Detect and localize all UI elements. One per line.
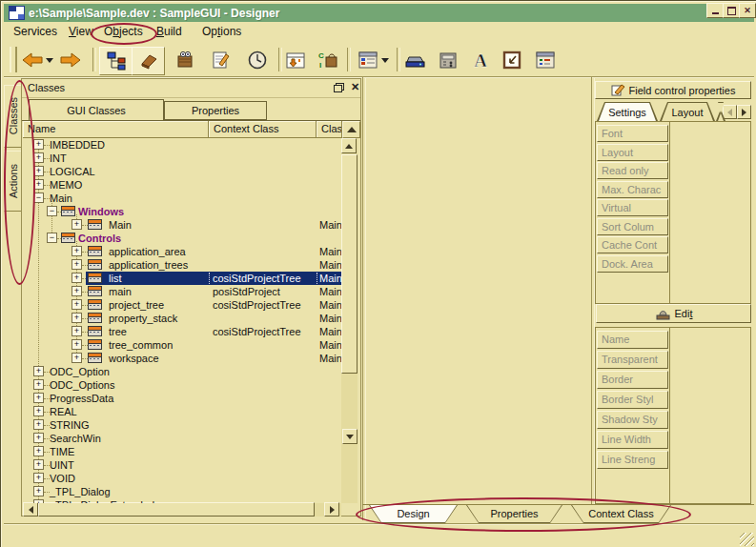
property-button-border[interactable]: Border bbox=[597, 371, 668, 389]
properties-tab-layout[interactable]: Layout bbox=[660, 102, 715, 121]
classes-tab-properties[interactable]: Properties bbox=[164, 101, 267, 120]
tree-row-controls[interactable]: −Controls bbox=[23, 232, 341, 245]
property-button-read-only[interactable]: Read only bbox=[597, 162, 668, 179]
collapse-icon[interactable]: − bbox=[33, 192, 44, 203]
scroll-up-button[interactable] bbox=[341, 138, 357, 153]
expand-icon[interactable]: + bbox=[33, 366, 44, 376]
form-list-icon[interactable] bbox=[357, 49, 379, 71]
maximize-button[interactable] bbox=[723, 3, 740, 18]
field-properties-header-button[interactable]: Field control properties bbox=[595, 81, 751, 99]
tree-row-main[interactable]: +MainMain bbox=[23, 218, 341, 232]
expand-icon[interactable]: + bbox=[72, 259, 82, 270]
tree-row-int[interactable]: +INT bbox=[23, 152, 341, 165]
property-button-line-streng[interactable]: Line Streng bbox=[597, 451, 668, 469]
expand-icon[interactable]: + bbox=[72, 286, 82, 296]
scroll-down-button[interactable] bbox=[342, 429, 358, 444]
expand-icon[interactable]: + bbox=[33, 499, 44, 503]
scroll-right-button[interactable] bbox=[324, 502, 339, 517]
expand-icon[interactable]: + bbox=[72, 273, 82, 283]
vertical-scroll-thumb[interactable] bbox=[341, 154, 358, 374]
tree-row-application_trees[interactable]: +application_treesMain bbox=[23, 258, 341, 272]
tree-row-progressdata[interactable]: +ProgressData bbox=[23, 392, 341, 405]
tree-row-_tpl_dialog[interactable]: +_TPL_Dialog bbox=[23, 485, 341, 498]
tree-row-imbedded[interactable]: +IMBEDDED bbox=[23, 138, 341, 152]
resize-grip[interactable] bbox=[740, 533, 754, 546]
tree-row-workspace[interactable]: +workspaceMain bbox=[23, 352, 341, 365]
tab-scroll-right-button[interactable] bbox=[737, 105, 751, 119]
expand-icon[interactable]: + bbox=[72, 339, 82, 350]
dialog-window-icon[interactable] bbox=[534, 49, 557, 71]
property-button-sort-colum[interactable]: Sort Colum bbox=[597, 218, 668, 235]
tree-row-string[interactable]: +STRING bbox=[23, 418, 341, 432]
printer-icon[interactable] bbox=[404, 49, 427, 71]
tree-row-main[interactable]: +mainposiStdProjectMain bbox=[23, 285, 341, 298]
expand-icon[interactable]: + bbox=[33, 152, 44, 163]
menu-item-services[interactable]: Services bbox=[13, 25, 57, 38]
expand-icon[interactable]: + bbox=[33, 433, 44, 443]
tree-row-property_stack[interactable]: +property_stackMain bbox=[23, 312, 341, 325]
tree-row-searchwin[interactable]: +SearchWin bbox=[23, 432, 341, 445]
calendar-icon[interactable] bbox=[284, 49, 307, 71]
expand-icon[interactable]: + bbox=[72, 219, 82, 230]
float-panel-icon[interactable] bbox=[334, 83, 344, 92]
tree-row-void[interactable]: +VOID bbox=[23, 472, 341, 485]
class-import-icon[interactable]: CI bbox=[317, 49, 339, 71]
column-header-name[interactable]: Name bbox=[23, 121, 209, 138]
eraser-button[interactable] bbox=[132, 47, 165, 75]
expand-icon[interactable]: + bbox=[33, 393, 44, 403]
tree-row-project_tree[interactable]: +project_treecosiStdProjectTreeMain bbox=[23, 298, 341, 312]
tree-row-main[interactable]: −Main bbox=[23, 192, 341, 205]
expand-icon[interactable]: + bbox=[33, 139, 44, 150]
bottom-tab-design[interactable]: Design bbox=[369, 505, 458, 523]
tree-row-list[interactable]: +listcosiStdProjectTreeMain bbox=[23, 272, 341, 285]
expand-icon[interactable]: + bbox=[72, 326, 82, 336]
close-button[interactable]: ✕ bbox=[739, 3, 756, 18]
splitter[interactable] bbox=[362, 77, 366, 520]
history-dropdown-icon[interactable] bbox=[44, 49, 55, 71]
side-tab-classes[interactable]: Classes bbox=[4, 85, 23, 148]
expand-icon[interactable]: + bbox=[33, 473, 44, 483]
class-hierarchy-button[interactable] bbox=[99, 47, 133, 75]
property-button-line-width[interactable]: Line Width bbox=[597, 431, 668, 449]
edit-document-icon[interactable] bbox=[210, 49, 233, 71]
toolbar-grip[interactable] bbox=[10, 47, 17, 72]
property-button-cache-cont[interactable]: Cache Cont bbox=[597, 236, 668, 253]
tree-row-time[interactable]: +TIME bbox=[23, 445, 341, 458]
property-button-shadow-sty[interactable]: Shadow Sty bbox=[597, 411, 668, 429]
tree-row-uint[interactable]: +UINT bbox=[23, 458, 341, 472]
property-button-virtual[interactable]: Virtual bbox=[597, 199, 668, 216]
bottom-tab-properties[interactable]: Properties bbox=[466, 505, 562, 523]
property-button-border-styl[interactable]: Border Styl bbox=[597, 391, 668, 409]
expand-icon[interactable]: + bbox=[33, 486, 44, 496]
expand-icon[interactable]: + bbox=[33, 406, 44, 416]
expand-icon[interactable]: + bbox=[33, 179, 44, 190]
form-dropdown-icon[interactable] bbox=[379, 49, 391, 71]
column-header-class[interactable]: Class bbox=[317, 121, 342, 138]
property-button-transparent[interactable]: Transparent bbox=[597, 351, 668, 369]
property-button-max-charac[interactable]: Max. Charac bbox=[597, 181, 668, 198]
property-button-layout[interactable]: Layout bbox=[597, 144, 668, 161]
property-button-name[interactable]: Name bbox=[597, 331, 668, 349]
expand-icon[interactable]: + bbox=[33, 379, 44, 390]
scroll-left-button[interactable] bbox=[23, 502, 38, 517]
title-bar[interactable]: e:\Sample\Sample.dev : SampleGUI - Desig… bbox=[4, 4, 754, 22]
expand-icon[interactable]: + bbox=[72, 246, 82, 256]
tree-row-real[interactable]: +REAL bbox=[23, 405, 341, 418]
side-tab-actions[interactable]: Actions bbox=[4, 151, 23, 212]
horizontal-scroll-thumb[interactable] bbox=[38, 502, 315, 517]
sort-ascending-button[interactable] bbox=[342, 121, 360, 138]
collapse-icon[interactable]: − bbox=[47, 206, 57, 216]
bottom-tab-context-class[interactable]: Context Class bbox=[571, 505, 671, 523]
clock-icon[interactable] bbox=[246, 49, 269, 71]
back-arrow-icon[interactable] bbox=[21, 49, 44, 71]
expand-icon[interactable]: + bbox=[72, 353, 82, 363]
tree-row-logical[interactable]: +LOGICAL bbox=[23, 165, 341, 178]
classes-tab-gui-classes[interactable]: GUI Classes bbox=[29, 99, 164, 121]
edit-button[interactable]: Edit bbox=[596, 304, 751, 323]
tree-row-odc_option[interactable]: +ODC_Option bbox=[23, 365, 341, 378]
expand-icon[interactable]: + bbox=[33, 166, 44, 176]
device-icon[interactable] bbox=[437, 49, 460, 71]
tree-row-tree[interactable]: +treecosiStdProjectTreeMain bbox=[23, 325, 341, 338]
expand-icon[interactable]: + bbox=[33, 446, 44, 456]
column-header-context-class[interactable]: Context Class bbox=[209, 121, 317, 138]
